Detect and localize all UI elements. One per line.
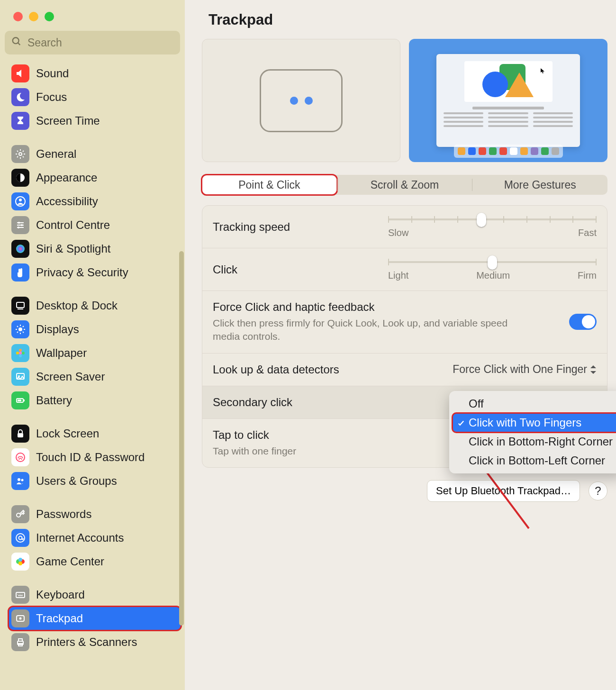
svg-rect-31 — [18, 433, 23, 437]
svg-point-41 — [18, 562, 22, 565]
sidebar-item-label: Lock Screen — [36, 427, 99, 440]
lookup-dropdown[interactable]: Force Click with One Finger — [453, 363, 597, 376]
svg-point-22 — [19, 349, 22, 352]
option-label: Click in Bottom-Left Corner — [469, 454, 605, 467]
sidebar-item-label: Desktop & Dock — [36, 299, 118, 312]
sliders-icon — [11, 216, 29, 234]
svg-rect-46 — [18, 639, 22, 641]
sidebar-item-game-center[interactable]: Game Center — [9, 550, 181, 573]
svg-point-2 — [19, 153, 22, 155]
secondary-click-option[interactable]: Click in Bottom-Right Corner — [453, 432, 616, 451]
click-slider[interactable] — [388, 258, 597, 266]
secondary-click-option[interactable]: Click with Two Fingers — [453, 413, 616, 432]
secondary-click-label: Secondary click — [213, 396, 292, 409]
help-button[interactable]: ? — [589, 481, 607, 500]
sidebar-list[interactable]: SoundFocusScreen TimeGeneralAppearanceAc… — [0, 62, 185, 690]
svg-point-6 — [18, 222, 20, 224]
chevron-updown-icon — [590, 365, 597, 374]
force-click-toggle[interactable] — [569, 314, 597, 330]
svg-rect-10 — [17, 302, 24, 308]
sidebar-item-battery[interactable]: Battery — [9, 389, 181, 412]
svg-point-32 — [16, 453, 25, 462]
sidebar-item-control-centre[interactable]: Control Centre — [9, 213, 181, 237]
secondary-click-option[interactable]: Click in Bottom-Left Corner — [453, 451, 616, 470]
dock-icon — [11, 297, 29, 315]
sidebar-item-general[interactable]: General — [9, 142, 181, 166]
tracking-speed-slider[interactable] — [388, 215, 597, 224]
sidebar-item-siri-spotlight[interactable]: Siri & Spotlight — [9, 237, 181, 261]
sidebar-item-internet-accounts[interactable]: Internet Accounts — [9, 526, 181, 550]
sidebar-item-touch-id-password[interactable]: Touch ID & Password — [9, 445, 181, 469]
hourglass-icon — [11, 112, 29, 130]
keyboard-icon — [11, 586, 29, 604]
sidebar-item-sound[interactable]: Sound — [9, 62, 181, 85]
option-label: Click in Bottom-Right Corner — [469, 435, 613, 448]
sidebar-item-label: Control Centre — [36, 218, 110, 232]
sidebar-item-label: Users & Groups — [36, 474, 117, 488]
svg-rect-11 — [18, 309, 23, 309]
sidebar-item-label: General — [36, 147, 76, 161]
tab-more-gestures[interactable]: More Gestures — [472, 175, 607, 195]
secondary-click-menu: OffClick with Two FingersClick in Bottom… — [449, 391, 616, 473]
touchid-icon — [11, 448, 29, 466]
close-window-button[interactable] — [13, 12, 23, 21]
tab-scroll-and-zoom[interactable]: Scroll & Zoom — [337, 175, 472, 195]
sidebar-item-users-groups[interactable]: Users & Groups — [9, 469, 181, 493]
sidebar-item-label: Game Center — [36, 555, 104, 568]
sidebar-item-label: Sound — [36, 67, 69, 80]
sidebar-scrollbar[interactable] — [179, 251, 184, 626]
sidebar-item-trackpad[interactable]: Trackpad — [9, 607, 181, 630]
sidebar-item-keyboard[interactable]: Keyboard — [9, 583, 181, 607]
svg-point-24 — [19, 354, 22, 357]
sidebar-item-screen-time[interactable]: Screen Time — [9, 109, 181, 133]
option-label: Off — [469, 397, 484, 410]
sidebar-item-accessibility[interactable]: Accessibility — [9, 190, 181, 213]
svg-point-8 — [18, 227, 19, 228]
sidebar-item-screen-saver[interactable]: Screen Saver — [9, 365, 181, 389]
sidebar-item-label: Wallpaper — [36, 346, 87, 360]
row-force-click: Force Click and haptic feedback Click th… — [202, 291, 607, 354]
click-label: Click — [213, 263, 237, 276]
search-input[interactable] — [5, 31, 180, 54]
person-icon — [11, 192, 29, 210]
slider-label: Light — [388, 270, 408, 281]
sidebar-item-appearance[interactable]: Appearance — [9, 166, 181, 190]
svg-line-18 — [23, 332, 24, 333]
sidebar-item-displays[interactable]: Displays — [9, 318, 181, 341]
sidebar-item-wallpaper[interactable]: Wallpaper — [9, 341, 181, 365]
svg-line-20 — [17, 332, 18, 333]
battery-icon — [11, 391, 29, 409]
svg-line-1 — [18, 43, 20, 45]
svg-rect-30 — [18, 399, 21, 401]
window-traffic-lights — [0, 0, 185, 31]
minimize-window-button[interactable] — [29, 12, 38, 21]
trackpad-icon — [11, 609, 29, 627]
sidebar-item-privacy-security[interactable]: Privacy & Security — [9, 261, 181, 284]
force-click-description: Click then press firmly for Quick Look, … — [213, 317, 525, 344]
sidebar-item-desktop-dock[interactable]: Desktop & Dock — [9, 294, 181, 318]
game-icon — [11, 553, 29, 571]
sidebar-item-label: Printers & Scanners — [36, 636, 137, 649]
slider-label: Medium — [476, 270, 510, 281]
desktop-preview — [409, 39, 607, 162]
svg-line-17 — [17, 326, 18, 327]
tab-point-and-click[interactable]: Point & Click — [202, 175, 337, 195]
sidebar-item-printers-scanners[interactable]: Printers & Scanners — [9, 630, 181, 654]
fullscreen-window-button[interactable] — [45, 12, 54, 21]
svg-point-9 — [16, 245, 25, 253]
sidebar-item-label: Appearance — [36, 171, 97, 184]
sidebar-item-lock-screen[interactable]: Lock Screen — [9, 422, 181, 445]
setup-bluetooth-trackpad-button[interactable]: Set Up Bluetooth Trackpad… — [427, 480, 580, 502]
tracking-speed-label: Tracking speed — [213, 220, 290, 234]
secondary-click-option[interactable]: Off — [453, 394, 616, 413]
flower-icon — [11, 344, 29, 362]
sidebar-item-passwords[interactable]: Passwords — [9, 502, 181, 526]
moon-icon — [11, 88, 29, 106]
at-icon — [11, 529, 29, 547]
sidebar-item-focus[interactable]: Focus — [9, 85, 181, 109]
sidebar-item-label: Focus — [36, 91, 67, 104]
row-click: Click LightMediumFirm — [202, 248, 607, 291]
svg-rect-29 — [24, 399, 25, 401]
svg-point-12 — [18, 327, 22, 331]
svg-point-33 — [18, 478, 20, 481]
